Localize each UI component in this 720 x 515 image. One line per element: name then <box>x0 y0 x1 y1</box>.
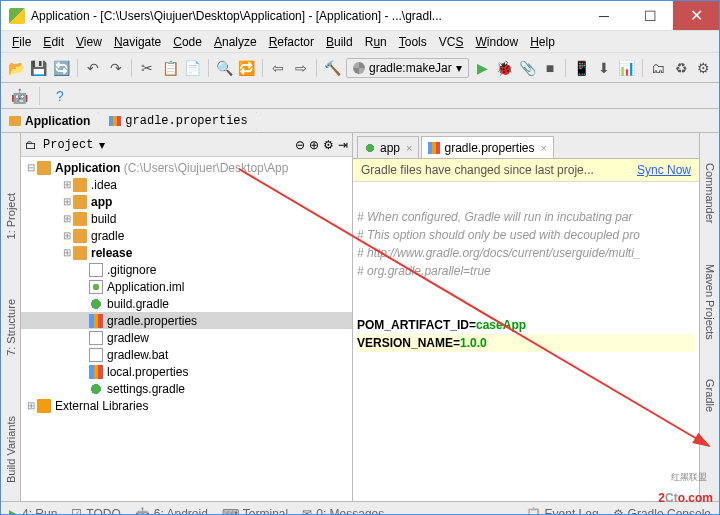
editor-area: app× gradle.properties× Gradle files hav… <box>353 133 699 501</box>
tool-structure[interactable]: 7: Structure <box>5 299 17 356</box>
stop-icon[interactable]: ■ <box>541 58 560 78</box>
forward-icon[interactable]: ⇨ <box>292 58 311 78</box>
make-icon[interactable]: 🔨 <box>323 58 342 78</box>
avd-icon[interactable]: 📱 <box>572 58 591 78</box>
tab-app[interactable]: app× <box>357 136 419 158</box>
tool-event-log[interactable]: 📋Event Log <box>526 507 599 516</box>
menu-navigate[interactable]: Navigate <box>109 33 166 51</box>
menu-vcs[interactable]: VCS <box>434 33 469 51</box>
menu-tools[interactable]: Tools <box>394 33 432 51</box>
sync-notice: Gradle files have changed since last pro… <box>353 159 699 182</box>
replace-icon[interactable]: 🔁 <box>238 58 257 78</box>
open-icon[interactable]: 📂 <box>7 58 26 78</box>
tree-item[interactable]: settings.gradle <box>21 380 352 397</box>
undo-icon[interactable]: ↶ <box>84 58 103 78</box>
target-icon[interactable]: ⊕ <box>309 138 319 152</box>
android-icon[interactable]: 🤖 <box>9 86 29 106</box>
help-icon[interactable]: ? <box>50 86 70 106</box>
close-icon[interactable]: × <box>541 142 547 154</box>
tree-root[interactable]: ⊟ Application (C:\Users\Qiujuer\Desktop\… <box>21 159 352 176</box>
sync2-icon[interactable]: ♻ <box>672 58 691 78</box>
cut-icon[interactable]: ✂ <box>138 58 157 78</box>
menu-code[interactable]: Code <box>168 33 207 51</box>
bottom-tool-stripe: ▶4: Run ☑TODO 🤖6: Android ⌨Terminal ✉0: … <box>1 501 719 515</box>
menu-file[interactable]: File <box>7 33 36 51</box>
menu-run[interactable]: Run <box>360 33 392 51</box>
back-icon[interactable]: ⇦ <box>269 58 288 78</box>
tool-messages[interactable]: ✉0: Messages <box>302 507 384 516</box>
crumb-root[interactable]: Application <box>5 112 99 130</box>
app-icon <box>9 8 25 24</box>
watermark-small: 红黑联盟 <box>671 471 707 484</box>
tree-item[interactable]: ⊞gradle <box>21 227 352 244</box>
find-icon[interactable]: 🔍 <box>215 58 234 78</box>
tool-android[interactable]: 🤖6: Android <box>135 507 208 516</box>
hide-icon[interactable]: ⇥ <box>338 138 348 152</box>
close-icon[interactable]: × <box>406 142 412 154</box>
right-tool-stripe: Commander Maven Projects Gradle <box>699 133 719 501</box>
close-button[interactable]: ✕ <box>673 1 719 30</box>
left-tool-stripe: 1: Project 7: Structure Build Variants <box>1 133 21 501</box>
tool-run[interactable]: ▶4: Run <box>9 507 57 516</box>
main-toolbar: 📂 💾 🔄 ↶ ↷ ✂ 📋 📄 🔍 🔁 ⇦ ⇨ 🔨 gradle:makeJar… <box>1 53 719 83</box>
sync-now-link[interactable]: Sync Now <box>637 163 691 177</box>
tool-commander[interactable]: Commander <box>704 163 716 224</box>
menubar: File Edit View Navigate Code Analyze Ref… <box>1 31 719 53</box>
tool-terminal[interactable]: ⌨Terminal <box>222 507 288 516</box>
project-panel: 🗀 Project ▾ ⊖ ⊕ ⚙ ⇥ ⊟ Application (C:\Us… <box>21 133 353 501</box>
tree-ext-lib[interactable]: ⊞ External Libraries <box>21 397 352 414</box>
run-config-combo[interactable]: gradle:makeJar ▾ <box>346 58 469 78</box>
panel-icon: 🗀 <box>25 138 37 152</box>
tree-item[interactable]: gradlew <box>21 329 352 346</box>
code-editor[interactable]: # When configured, Gradle will run in in… <box>353 182 699 501</box>
copy-icon[interactable]: 📋 <box>161 58 180 78</box>
menu-edit[interactable]: Edit <box>38 33 69 51</box>
menu-window[interactable]: Window <box>470 33 523 51</box>
tree-item[interactable]: build.gradle <box>21 295 352 312</box>
debug-icon[interactable]: 🐞 <box>495 58 514 78</box>
tree-item[interactable]: gradle.properties <box>21 312 352 329</box>
tree-item[interactable]: Application.iml <box>21 278 352 295</box>
maximize-button[interactable]: ☐ <box>627 1 673 30</box>
tool-gradle-console[interactable]: ⚙Gradle Console <box>613 507 711 516</box>
sync-icon[interactable]: 🔄 <box>52 58 71 78</box>
tree-item[interactable]: ⊞app <box>21 193 352 210</box>
tool-maven[interactable]: Maven Projects <box>704 264 716 340</box>
menu-build[interactable]: Build <box>321 33 358 51</box>
tree-item[interactable]: ⊞release <box>21 244 352 261</box>
redo-icon[interactable]: ↷ <box>107 58 126 78</box>
panel-dropdown[interactable]: ▾ <box>99 138 105 152</box>
tool-todo[interactable]: ☑TODO <box>71 507 120 516</box>
tool-project[interactable]: 1: Project <box>5 193 17 239</box>
save-icon[interactable]: 💾 <box>30 58 49 78</box>
editor-tabs: app× gradle.properties× <box>353 133 699 159</box>
settings-icon[interactable]: ⚙ <box>694 58 713 78</box>
breadcrumb: Application gradle.properties <box>1 109 719 133</box>
attach-icon[interactable]: 📎 <box>518 58 537 78</box>
minimize-button[interactable]: ─ <box>581 1 627 30</box>
tree-item[interactable]: gradlew.bat <box>21 346 352 363</box>
collapse-icon[interactable]: ⊖ <box>295 138 305 152</box>
structure-icon[interactable]: 🗂 <box>649 58 668 78</box>
tab-gradle-properties[interactable]: gradle.properties× <box>421 136 554 158</box>
menu-analyze[interactable]: Analyze <box>209 33 262 51</box>
gear-icon[interactable]: ⚙ <box>323 138 334 152</box>
tool-build-variants[interactable]: Build Variants <box>5 416 17 483</box>
tree-item[interactable]: ⊞build <box>21 210 352 227</box>
crumb-file[interactable]: gradle.properties <box>105 112 256 130</box>
run-icon[interactable]: ▶ <box>473 58 492 78</box>
sdk-icon[interactable]: ⬇ <box>595 58 614 78</box>
window-title: Application - [C:\Users\Qiujuer\Desktop\… <box>31 9 581 23</box>
tool-gradle[interactable]: Gradle <box>704 379 716 412</box>
menu-refactor[interactable]: Refactor <box>264 33 319 51</box>
menu-help[interactable]: Help <box>525 33 560 51</box>
tree-item[interactable]: local.properties <box>21 363 352 380</box>
menu-view[interactable]: View <box>71 33 107 51</box>
project-tree[interactable]: ⊟ Application (C:\Users\Qiujuer\Desktop\… <box>21 157 352 501</box>
monitor-icon[interactable]: 📊 <box>618 58 637 78</box>
titlebar: Application - [C:\Users\Qiujuer\Desktop\… <box>1 1 719 31</box>
tree-item[interactable]: ⊞.idea <box>21 176 352 193</box>
panel-title: Project <box>43 138 93 152</box>
paste-icon[interactable]: 📄 <box>183 58 202 78</box>
tree-item[interactable]: .gitignore <box>21 261 352 278</box>
